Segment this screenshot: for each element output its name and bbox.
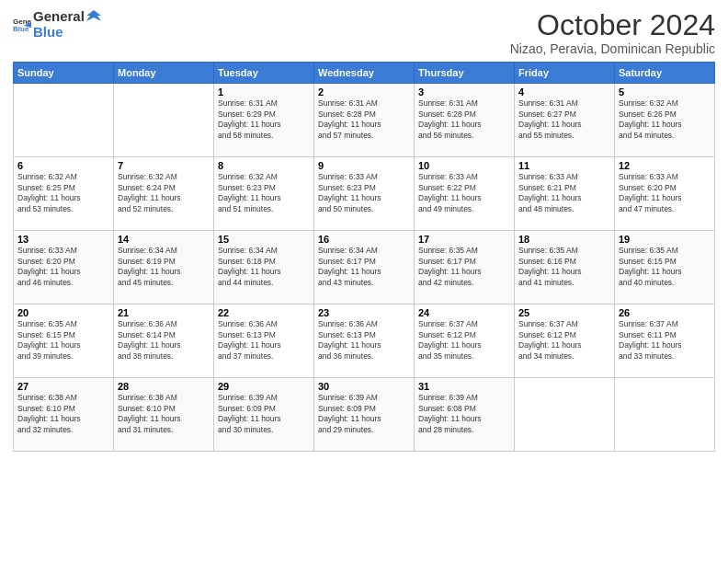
day-number: 24 xyxy=(418,307,510,318)
day-info: Sunrise: 6:32 AM Sunset: 6:24 PM Dayligh… xyxy=(118,172,210,214)
header: General Blue General Blue October 2024 N… xyxy=(13,9,715,56)
day-info: Sunrise: 6:35 AM Sunset: 6:15 PM Dayligh… xyxy=(17,319,109,362)
day-info: Sunrise: 6:32 AM Sunset: 6:26 PM Dayligh… xyxy=(619,98,711,141)
day-number: 23 xyxy=(318,307,410,318)
svg-marker-3 xyxy=(86,10,101,21)
day-cell: 4Sunrise: 6:31 AM Sunset: 6:27 PM Daylig… xyxy=(515,84,615,157)
logo-bird-icon xyxy=(86,10,101,23)
day-number: 16 xyxy=(318,234,410,245)
day-number: 18 xyxy=(518,234,610,245)
main-title: October 2024 xyxy=(510,9,715,41)
day-info: Sunrise: 6:34 AM Sunset: 6:17 PM Dayligh… xyxy=(318,246,410,288)
day-number: 30 xyxy=(318,381,410,392)
day-info: Sunrise: 6:39 AM Sunset: 6:09 PM Dayligh… xyxy=(318,393,410,435)
day-number: 11 xyxy=(518,160,610,171)
day-number: 13 xyxy=(17,234,109,245)
day-number: 15 xyxy=(218,234,310,245)
day-number: 20 xyxy=(17,307,109,318)
day-number: 28 xyxy=(118,381,210,392)
day-number: 10 xyxy=(418,160,510,171)
calendar-header: SundayMondayTuesdayWednesdayThursdayFrid… xyxy=(14,63,715,84)
day-info: Sunrise: 6:39 AM Sunset: 6:08 PM Dayligh… xyxy=(418,393,510,435)
day-cell xyxy=(615,378,715,452)
day-info: Sunrise: 6:32 AM Sunset: 6:25 PM Dayligh… xyxy=(17,172,109,214)
day-number: 8 xyxy=(218,160,310,171)
day-cell: 24Sunrise: 6:37 AM Sunset: 6:12 PM Dayli… xyxy=(415,304,515,378)
day-info: Sunrise: 6:33 AM Sunset: 6:20 PM Dayligh… xyxy=(619,172,711,214)
day-cell: 14Sunrise: 6:34 AM Sunset: 6:19 PM Dayli… xyxy=(114,231,214,304)
day-number: 4 xyxy=(518,86,610,98)
day-cell: 28Sunrise: 6:38 AM Sunset: 6:10 PM Dayli… xyxy=(114,378,214,452)
day-cell: 29Sunrise: 6:39 AM Sunset: 6:09 PM Dayli… xyxy=(214,378,314,452)
day-number: 9 xyxy=(318,160,410,171)
day-number: 12 xyxy=(619,160,711,171)
week-row-0: 1Sunrise: 6:31 AM Sunset: 6:29 PM Daylig… xyxy=(14,84,715,157)
day-cell: 21Sunrise: 6:36 AM Sunset: 6:14 PM Dayli… xyxy=(114,304,214,378)
calendar-body: 1Sunrise: 6:31 AM Sunset: 6:29 PM Daylig… xyxy=(14,84,715,452)
day-number: 21 xyxy=(118,307,210,318)
week-row-1: 6Sunrise: 6:32 AM Sunset: 6:25 PM Daylig… xyxy=(14,157,715,231)
day-info: Sunrise: 6:34 AM Sunset: 6:19 PM Dayligh… xyxy=(118,246,210,288)
calendar-table: SundayMondayTuesdayWednesdayThursdayFrid… xyxy=(13,62,715,452)
day-cell: 9Sunrise: 6:33 AM Sunset: 6:23 PM Daylig… xyxy=(314,157,415,231)
day-number: 17 xyxy=(418,234,510,245)
day-info: Sunrise: 6:33 AM Sunset: 6:20 PM Dayligh… xyxy=(17,246,109,288)
day-cell xyxy=(14,84,114,157)
header-cell-sunday: Sunday xyxy=(14,63,114,84)
logo-icon: General Blue xyxy=(13,16,31,34)
day-cell xyxy=(515,378,615,452)
subtitle: Nizao, Peravia, Dominican Republic xyxy=(510,41,715,56)
day-cell: 26Sunrise: 6:37 AM Sunset: 6:11 PM Dayli… xyxy=(615,304,715,378)
day-cell: 8Sunrise: 6:32 AM Sunset: 6:23 PM Daylig… xyxy=(214,157,314,231)
day-info: Sunrise: 6:38 AM Sunset: 6:10 PM Dayligh… xyxy=(118,393,210,435)
day-info: Sunrise: 6:39 AM Sunset: 6:09 PM Dayligh… xyxy=(218,393,310,435)
day-info: Sunrise: 6:31 AM Sunset: 6:29 PM Dayligh… xyxy=(218,98,310,141)
day-info: Sunrise: 6:35 AM Sunset: 6:15 PM Dayligh… xyxy=(619,246,711,288)
header-cell-tuesday: Tuesday xyxy=(214,63,314,84)
day-info: Sunrise: 6:36 AM Sunset: 6:13 PM Dayligh… xyxy=(218,319,310,362)
header-row: SundayMondayTuesdayWednesdayThursdayFrid… xyxy=(14,63,715,84)
day-cell: 19Sunrise: 6:35 AM Sunset: 6:15 PM Dayli… xyxy=(615,231,715,304)
logo-general-text: General xyxy=(33,9,85,25)
day-info: Sunrise: 6:33 AM Sunset: 6:22 PM Dayligh… xyxy=(418,172,510,214)
day-number: 31 xyxy=(418,381,510,392)
day-cell: 3Sunrise: 6:31 AM Sunset: 6:28 PM Daylig… xyxy=(415,84,515,157)
day-number: 3 xyxy=(418,86,510,98)
day-number: 5 xyxy=(619,86,711,98)
day-number: 29 xyxy=(218,381,310,392)
day-info: Sunrise: 6:35 AM Sunset: 6:17 PM Dayligh… xyxy=(418,246,510,288)
day-info: Sunrise: 6:31 AM Sunset: 6:28 PM Dayligh… xyxy=(418,98,510,141)
day-cell: 23Sunrise: 6:36 AM Sunset: 6:13 PM Dayli… xyxy=(314,304,415,378)
day-cell: 7Sunrise: 6:32 AM Sunset: 6:24 PM Daylig… xyxy=(114,157,214,231)
day-info: Sunrise: 6:38 AM Sunset: 6:10 PM Dayligh… xyxy=(17,393,109,435)
header-cell-thursday: Thursday xyxy=(415,63,515,84)
day-info: Sunrise: 6:36 AM Sunset: 6:13 PM Dayligh… xyxy=(318,319,410,362)
logo-blue-text: Blue xyxy=(33,25,101,40)
week-row-4: 27Sunrise: 6:38 AM Sunset: 6:10 PM Dayli… xyxy=(14,378,715,452)
day-info: Sunrise: 6:31 AM Sunset: 6:28 PM Dayligh… xyxy=(318,98,410,141)
day-number: 7 xyxy=(118,160,210,171)
day-cell: 18Sunrise: 6:35 AM Sunset: 6:16 PM Dayli… xyxy=(515,231,615,304)
day-cell xyxy=(114,84,214,157)
day-cell: 25Sunrise: 6:37 AM Sunset: 6:12 PM Dayli… xyxy=(515,304,615,378)
day-cell: 12Sunrise: 6:33 AM Sunset: 6:20 PM Dayli… xyxy=(615,157,715,231)
logo: General Blue General Blue xyxy=(13,9,101,40)
day-cell: 11Sunrise: 6:33 AM Sunset: 6:21 PM Dayli… xyxy=(515,157,615,231)
day-info: Sunrise: 6:32 AM Sunset: 6:23 PM Dayligh… xyxy=(218,172,310,214)
day-number: 19 xyxy=(619,234,711,245)
header-cell-friday: Friday xyxy=(515,63,615,84)
day-number: 14 xyxy=(118,234,210,245)
day-info: Sunrise: 6:34 AM Sunset: 6:18 PM Dayligh… xyxy=(218,246,310,288)
day-cell: 2Sunrise: 6:31 AM Sunset: 6:28 PM Daylig… xyxy=(314,84,415,157)
day-number: 27 xyxy=(17,381,109,392)
header-cell-saturday: Saturday xyxy=(615,63,715,84)
day-number: 25 xyxy=(518,307,610,318)
day-number: 1 xyxy=(218,86,310,98)
day-cell: 15Sunrise: 6:34 AM Sunset: 6:18 PM Dayli… xyxy=(214,231,314,304)
day-info: Sunrise: 6:36 AM Sunset: 6:14 PM Dayligh… xyxy=(118,319,210,362)
day-cell: 10Sunrise: 6:33 AM Sunset: 6:22 PM Dayli… xyxy=(415,157,515,231)
day-cell: 22Sunrise: 6:36 AM Sunset: 6:13 PM Dayli… xyxy=(214,304,314,378)
day-info: Sunrise: 6:37 AM Sunset: 6:12 PM Dayligh… xyxy=(518,319,610,362)
day-cell: 31Sunrise: 6:39 AM Sunset: 6:08 PM Dayli… xyxy=(415,378,515,452)
day-info: Sunrise: 6:37 AM Sunset: 6:12 PM Dayligh… xyxy=(418,319,510,362)
